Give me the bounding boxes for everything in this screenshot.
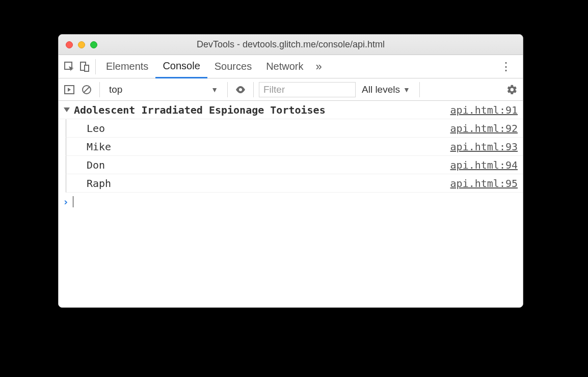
toggle-sidebar-icon[interactable]	[62, 82, 77, 97]
minimize-window-button[interactable]	[78, 41, 85, 48]
svg-rect-2	[85, 65, 89, 71]
disclosure-triangle-icon[interactable]	[64, 107, 70, 112]
prompt-caret-icon: ›	[63, 196, 69, 208]
chevron-down-icon: ▼	[403, 86, 410, 94]
console-prompt[interactable]: ›	[59, 193, 523, 211]
divider	[95, 59, 96, 74]
tab-elements[interactable]: Elements	[99, 55, 155, 78]
source-link[interactable]: api.html:95	[450, 177, 518, 190]
window-controls	[59, 41, 97, 48]
log-message: Mike	[87, 141, 450, 153]
console-group-header[interactable]: Adolescent Irradiated Espionage Tortoise…	[59, 101, 523, 119]
divider	[253, 82, 254, 97]
divider	[227, 82, 228, 97]
svg-point-6	[239, 88, 242, 91]
clear-console-icon[interactable]	[79, 82, 94, 97]
log-levels-label: All levels	[362, 84, 400, 95]
inspect-element-icon[interactable]	[62, 59, 77, 74]
chevron-down-icon: ▼	[211, 86, 218, 94]
close-window-button[interactable]	[66, 41, 73, 48]
console-toolbar: top ▼ All levels ▼	[59, 78, 523, 101]
tab-sources[interactable]: Sources	[207, 55, 259, 78]
source-link[interactable]: api.html:91	[450, 104, 518, 116]
source-link[interactable]: api.html:94	[450, 159, 518, 171]
log-message: Leo	[87, 122, 450, 134]
console-output: Adolescent Irradiated Espionage Tortoise…	[59, 101, 523, 307]
zoom-window-button[interactable]	[90, 41, 97, 48]
log-message: Raph	[87, 177, 450, 190]
source-link[interactable]: api.html:92	[450, 122, 518, 134]
source-link[interactable]: api.html:93	[450, 141, 518, 153]
window-title: DevTools - devtools.glitch.me/console/ap…	[59, 39, 523, 50]
live-expression-icon[interactable]	[233, 82, 248, 97]
tab-network[interactable]: Network	[259, 55, 310, 78]
group-title: Adolescent Irradiated Espionage Tortoise…	[74, 104, 450, 116]
svg-line-5	[84, 87, 90, 93]
execution-context-select[interactable]: top ▼	[105, 82, 222, 97]
divider	[99, 82, 100, 97]
titlebar: DevTools - devtools.glitch.me/console/ap…	[59, 35, 523, 55]
console-log-row: Don api.html:94	[66, 156, 523, 174]
log-levels-select[interactable]: All levels ▼	[358, 84, 414, 95]
devtools-window: DevTools - devtools.glitch.me/console/ap…	[58, 34, 523, 308]
divider	[419, 82, 420, 97]
execution-context-label: top	[109, 84, 122, 95]
more-tabs-button[interactable]: »	[311, 60, 327, 73]
console-log-row: Raph api.html:95	[66, 174, 523, 193]
panel-tabbar: Elements Console Sources Network » ⋮	[59, 55, 523, 78]
tab-console[interactable]: Console	[155, 55, 207, 78]
console-settings-icon[interactable]	[504, 82, 520, 97]
console-log-row: Mike api.html:93	[66, 138, 523, 156]
device-toolbar-icon[interactable]	[77, 59, 92, 74]
console-log-row: Leo api.html:92	[66, 119, 523, 138]
settings-menu-button[interactable]: ⋮	[493, 60, 520, 73]
log-message: Don	[87, 159, 450, 171]
text-cursor	[73, 196, 73, 207]
filter-input[interactable]	[259, 82, 356, 97]
